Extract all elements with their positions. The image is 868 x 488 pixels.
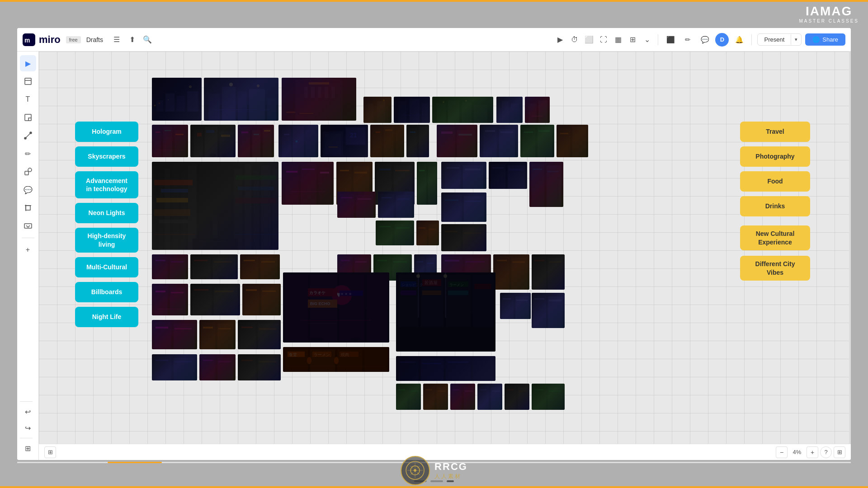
photo-tile[interactable] [363,97,392,123]
zoom-plus-button[interactable]: + [807,446,818,458]
photo-tile[interactable] [238,354,281,380]
comment-icon[interactable]: 💬 [698,33,712,47]
category-photography[interactable]: Photography [740,146,810,167]
category-new-cultural[interactable]: New Cultural Experience [740,225,810,250]
timer-icon[interactable]: ⏱ [569,34,580,45]
category-multi-cultural[interactable]: Multi-Cultural [75,257,138,277]
category-hologram[interactable]: Hologram [75,122,138,142]
canvas-area[interactable]: Hologram Skyscrapers Advancement in tech… [39,52,851,460]
toolbar-icon[interactable]: ⬛ [664,33,677,47]
photo-tile[interactable] [240,254,280,279]
photo-tile[interactable] [450,384,475,410]
photo-tile[interactable]: 21 [321,125,368,157]
photo-tile[interactable] [152,125,188,157]
miro-logo[interactable]: m miro [23,33,61,46]
photo-tile[interactable] [282,78,356,121]
photo-tile[interactable] [238,125,274,157]
photo-tile[interactable] [500,293,531,319]
search-icon[interactable]: 🔍 [142,34,153,45]
photo-tile[interactable] [437,125,477,157]
photo-tile[interactable] [190,284,240,315]
category-drinks[interactable]: Drinks [740,196,810,216]
photo-tile[interactable] [152,162,278,250]
photo-tile[interactable] [525,97,550,123]
photo-tile[interactable] [337,192,376,218]
photo-tile[interactable] [406,125,429,157]
photo-tile[interactable] [417,162,437,205]
category-high-density[interactable]: High-density living [75,228,138,253]
photo-tile[interactable] [423,384,448,410]
photo-tile[interactable] [190,254,238,279]
photo-tile[interactable] [190,125,236,157]
zoom-minus-button[interactable]: − [776,446,788,458]
user-avatar[interactable]: D [715,33,729,47]
photo-tile[interactable] [238,320,281,349]
category-neon-lights[interactable]: Neon Lights [75,203,138,223]
media-tool[interactable] [20,218,36,234]
drafts-label[interactable]: Drafts [86,36,103,43]
menu-icon[interactable]: ☰ [111,34,122,45]
photo-tile-restaurant[interactable]: 食堂 ラーメン 焼肉 [283,347,389,372]
photo-tile[interactable] [441,224,486,251]
photo-tile-karaoke[interactable]: ♥ カラオケ BIG ECHO ★ ★ ★ [283,272,389,343]
bottom-grid-tool[interactable]: ⊞ [20,440,36,456]
grid-tool-bottom[interactable]: ⊞ [44,446,56,458]
zoom-help-button[interactable]: ? [820,446,832,458]
grid-large-icon[interactable]: ⊞ [627,34,638,45]
photo-tile[interactable] [242,284,281,315]
photo-tile[interactable] [204,78,278,121]
shapes-tool[interactable] [20,164,36,180]
zoom-fit-button[interactable]: ⊞ [834,446,845,458]
photo-tile[interactable] [376,221,414,245]
photo-tile[interactable] [520,125,554,157]
present-chevron-icon[interactable]: ▾ [791,34,801,45]
photo-tile[interactable] [416,221,439,245]
play-icon[interactable]: ▶ [555,34,566,45]
cursor-tool[interactable]: ▶ [20,55,36,71]
crop-tool[interactable] [20,200,36,216]
category-travel[interactable]: Travel [740,122,810,142]
photo-tile[interactable] [477,384,502,410]
category-food[interactable]: Food [740,171,810,192]
frames-tool[interactable] [20,73,36,89]
sticky-note-tool[interactable] [20,109,36,126]
photo-tile[interactable] [532,384,565,410]
photo-tile[interactable] [441,192,486,222]
photo-tile[interactable] [394,97,430,123]
bell-icon[interactable]: 🔔 [732,33,746,47]
category-night-life[interactable]: Night Life [75,307,138,327]
photo-tile[interactable] [152,284,188,315]
connector-tool[interactable] [20,127,36,144]
photo-tile[interactable] [532,254,565,290]
pen-tool[interactable]: ✏ [20,145,36,162]
photo-tile[interactable] [152,78,202,121]
category-billboards[interactable]: Billboards [75,282,138,302]
add-tool[interactable]: + [20,242,36,258]
category-different-city[interactable]: Different City Vibes [740,256,810,281]
photo-tile[interactable] [396,356,495,381]
photo-tile[interactable] [378,192,414,218]
photo-tile[interactable] [493,254,529,290]
photo-tile[interactable] [282,162,334,205]
photo-tile[interactable] [370,125,404,157]
comment-tool[interactable]: 💬 [20,182,36,198]
photo-tile-district[interactable]: ショッピング 居酒屋 ラーメン [396,272,495,352]
photo-tile[interactable] [152,320,197,349]
category-advancement[interactable]: Advancement in technology [75,171,138,198]
fullscreen-icon[interactable]: ⛶ [598,34,609,45]
pen-icon[interactable]: ✏ [681,33,694,47]
photo-tile[interactable] [505,384,529,410]
photo-tile[interactable] [278,125,318,157]
photo-tile[interactable] [199,320,236,349]
photo-tile[interactable] [199,354,236,380]
photo-tile[interactable] [496,97,523,123]
photo-tile[interactable] [152,354,197,380]
frame-icon[interactable]: ⬜ [584,34,594,45]
more-icon[interactable]: ⌄ [642,34,652,45]
present-button[interactable]: Present ▾ [757,33,802,46]
redo-tool[interactable]: ↪ [20,420,36,436]
photo-tile[interactable] [432,97,493,123]
photo-tile[interactable] [557,125,588,157]
photo-tile[interactable] [480,125,518,157]
share-button[interactable]: 🌐 Share [805,33,845,46]
